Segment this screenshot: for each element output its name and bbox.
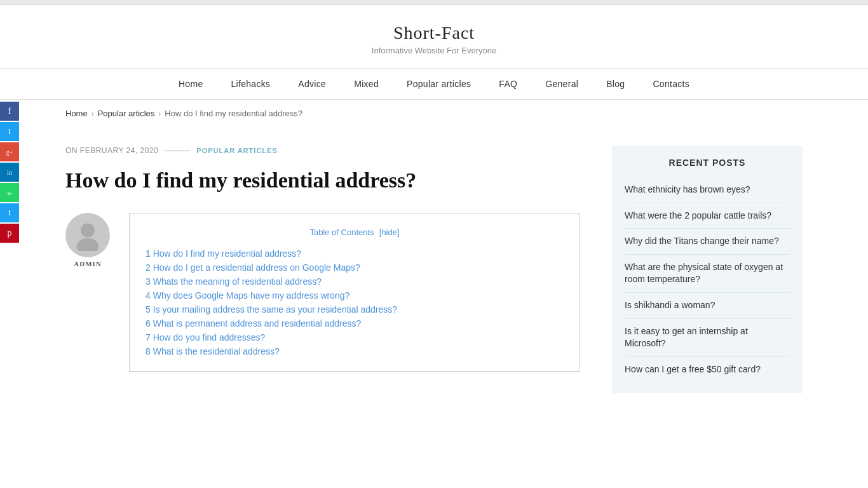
recent-post-3: Why did the Titans change their name? [625, 229, 790, 255]
sidebar: RECENT POSTS What ethnicity has brown ey… [612, 146, 803, 406]
nav-blog[interactable]: Blog [592, 69, 639, 99]
toc-item-4: 4 Why does Google Maps have my address w… [146, 288, 564, 302]
recent-post-link-6[interactable]: Is it easy to get an internship at Micro… [625, 326, 748, 349]
nav-advice[interactable]: Advice [284, 69, 340, 99]
article-title: How do I find my residential address? [65, 168, 580, 194]
breadcrumb-parent[interactable]: Popular articles [98, 109, 155, 118]
breadcrumb-home[interactable]: Home [65, 109, 88, 118]
toc-title: Table of Contents [hide] [146, 226, 564, 237]
toc-title-text: Table of Contents [309, 227, 374, 237]
meta-divider [165, 151, 190, 151]
nav-home[interactable]: Home [165, 69, 217, 99]
toc-link-3[interactable]: 3 Whats the meaning of residential addre… [146, 276, 322, 287]
recent-post-link-5[interactable]: Is shikhandi a woman? [625, 300, 715, 310]
toc-hide-button[interactable]: [hide] [379, 227, 400, 237]
main-nav: Home Lifehacks Advice Mixed Popular arti… [0, 69, 868, 100]
twitter-share-button[interactable]: t [0, 122, 19, 141]
site-tagline: Informative Website For Everyone [13, 46, 855, 55]
author-block: ADMIN [65, 213, 110, 268]
nav-general[interactable]: General [531, 69, 592, 99]
main-layout: ON FEBRUARY 24, 2020 POPULAR ARTICLES Ho… [65, 127, 803, 425]
toc-item-1: 1 How do I find my residential address? [146, 247, 564, 261]
toc-link-4[interactable]: 4 Why does Google Maps have my address w… [146, 290, 349, 301]
site-title[interactable]: Short-Fact [13, 23, 855, 43]
facebook-share-button[interactable]: f [0, 102, 19, 121]
toc-link-8[interactable]: 8 What is the residential address? [146, 346, 280, 356]
recent-post-link-3[interactable]: Why did the Titans change their name? [625, 236, 779, 246]
nav-faq[interactable]: FAQ [485, 69, 531, 99]
article-date: ON FEBRUARY 24, 2020 [65, 146, 158, 155]
recent-post-link-1[interactable]: What ethnicity has brown eyes? [625, 184, 750, 194]
breadcrumb-sep1: › [92, 109, 94, 118]
toc-item-6: 6 What is permanent address and resident… [146, 316, 564, 330]
toc-link-5[interactable]: 5 Is your mailing address the same as yo… [146, 304, 397, 315]
recent-post-link-7[interactable]: How can I get a free $50 gift card? [625, 364, 761, 374]
top-bar [0, 0, 868, 5]
article-category[interactable]: POPULAR ARTICLES [196, 147, 277, 154]
recent-post-6: Is it easy to get an internship at Micro… [625, 319, 790, 357]
pinterest-share-button[interactable]: p [0, 224, 19, 243]
toc-item-2: 2 How do I get a residential address on … [146, 261, 564, 274]
site-header: Short-Fact Informative Website For Every… [0, 5, 868, 69]
table-of-contents: Table of Contents [hide] 1 How do I find… [129, 213, 580, 372]
toc-item-3: 3 Whats the meaning of residential addre… [146, 274, 564, 288]
twitter2-share-button[interactable]: t [0, 203, 19, 222]
nav-contacts[interactable]: Contacts [639, 69, 703, 99]
toc-item-7: 7 How do you find addresses? [146, 330, 564, 344]
recent-posts-title: RECENT POSTS [625, 158, 790, 168]
toc-item-5: 5 Is your mailing address the same as yo… [146, 302, 564, 316]
linkedin-share-button[interactable]: in [0, 163, 19, 182]
whatsapp-share-button[interactable]: w [0, 183, 19, 202]
toc-link-2[interactable]: 2 How do I get a residential address on … [146, 262, 360, 273]
recent-post-link-4[interactable]: What are the physical state of oxygen at… [625, 262, 783, 285]
nav-lifehacks[interactable]: Lifehacks [217, 69, 284, 99]
social-sidebar: f t g+ in w t p [0, 102, 19, 243]
recent-posts-widget: RECENT POSTS What ethnicity has brown ey… [612, 146, 803, 393]
article-meta: ON FEBRUARY 24, 2020 POPULAR ARTICLES [65, 146, 580, 155]
recent-post-4: What are the physical state of oxygen at… [625, 255, 790, 293]
recent-post-7: How can I get a free $50 gift card? [625, 357, 790, 383]
recent-post-link-2[interactable]: What were the 2 popular cattle trails? [625, 210, 771, 220]
googleplus-share-button[interactable]: g+ [0, 142, 19, 161]
breadcrumb-sep2: › [158, 109, 161, 118]
recent-post-1: What ethnicity has brown eyes? [625, 177, 790, 203]
author-name: ADMIN [74, 260, 102, 268]
toc-link-7[interactable]: 7 How do you find addresses? [146, 332, 265, 342]
recent-post-5: Is shikhandi a woman? [625, 293, 790, 319]
nav-mixed[interactable]: Mixed [340, 69, 393, 99]
avatar-icon [72, 219, 104, 251]
author-section: ADMIN Table of Contents [hide] 1 How do … [65, 213, 580, 372]
toc-link-1[interactable]: 1 How do I find my residential address? [146, 248, 301, 259]
recent-post-2: What were the 2 popular cattle trails? [625, 203, 790, 229]
toc-item-8: 8 What is the residential address? [146, 344, 564, 358]
svg-point-0 [81, 223, 95, 237]
breadcrumb-current: How do I find my residential address? [165, 109, 302, 118]
nav-popular-articles[interactable]: Popular articles [393, 69, 485, 99]
breadcrumb: Home › Popular articles › How do I find … [65, 100, 803, 127]
toc-list: 1 How do I find my residential address? … [146, 247, 564, 358]
svg-point-1 [77, 238, 99, 251]
toc-link-6[interactable]: 6 What is permanent address and resident… [146, 318, 361, 329]
author-avatar [65, 213, 110, 257]
content-area: ON FEBRUARY 24, 2020 POPULAR ARTICLES Ho… [65, 146, 580, 406]
